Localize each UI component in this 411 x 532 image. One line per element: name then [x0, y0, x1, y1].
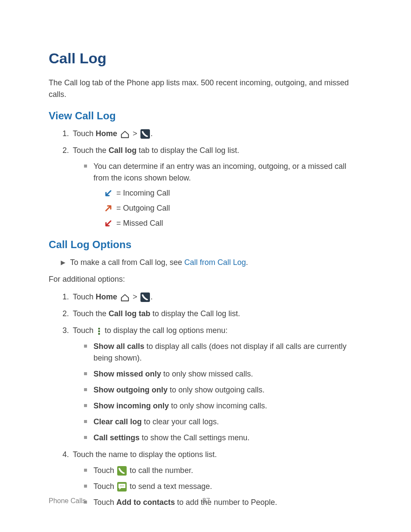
- opt-show-incoming: Show incoming only to only show incoming…: [83, 400, 364, 412]
- pointer-post: .: [246, 258, 248, 267]
- additional-options-text: For additional options:: [49, 274, 364, 285]
- legend-incoming: = Incoming Call: [104, 187, 364, 199]
- opt-settings: Call settings to show the Call settings …: [83, 432, 364, 444]
- opt-text: to show the Call settings menu.: [140, 433, 249, 442]
- page-title: Call Log: [49, 47, 364, 69]
- sub-post: to call the number.: [130, 466, 193, 475]
- home-label: Home: [96, 292, 117, 301]
- legend-text: = Outgoing Call: [114, 204, 170, 212]
- svg-point-3: [120, 485, 121, 486]
- home-icon: [120, 293, 130, 301]
- options-pointer-line: ▶ To make a call from Call log, see Call…: [49, 257, 364, 268]
- opt-text: to only show incoming calls.: [169, 401, 267, 410]
- svg-point-4: [121, 485, 122, 486]
- sub-pre: Touch: [93, 482, 116, 491]
- home-label: Home: [96, 129, 117, 138]
- opt-text: to only show outgoing calls.: [168, 386, 265, 394]
- call-log-tab-label: Call log tab: [109, 309, 150, 318]
- legend-outgoing: = Outgoing Call: [104, 202, 364, 214]
- intro-paragraph: The Call log tab of the Phone app lists …: [49, 77, 364, 100]
- svg-rect-2: [98, 333, 100, 335]
- document-page: Call Log The Call log tab of the Phone a…: [0, 0, 411, 532]
- svg-point-5: [123, 485, 124, 486]
- gt-sep: >: [131, 292, 140, 301]
- message-icon: [117, 482, 127, 492]
- options-step-3: Touch to display the call log options me…: [71, 325, 364, 444]
- opt-clear: Clear call log to clear your call logs.: [83, 416, 364, 428]
- opt-label: Show outgoing only: [93, 386, 168, 394]
- step-text: Touch: [73, 292, 96, 301]
- incoming-call-icon: [104, 189, 112, 198]
- opt-show-outgoing: Show outgoing only to only show outgoing…: [83, 384, 364, 396]
- view-sub-note: You can determine if an entry was an inc…: [83, 161, 364, 229]
- gt-sep: >: [131, 129, 140, 138]
- page-footer: Phone Calls 37: [49, 496, 364, 506]
- opt-label: Show incoming only: [93, 401, 169, 410]
- call-log-label: Call log: [109, 146, 137, 155]
- step-text: Touch: [73, 129, 96, 138]
- missed-call-icon: [104, 219, 112, 228]
- opt-text: to only show missed calls.: [161, 370, 253, 378]
- svg-rect-0: [98, 328, 100, 330]
- options-menu-list: Show all calls to display all calls (doe…: [73, 341, 364, 444]
- sub-message: Touch to send a text message.: [83, 481, 364, 492]
- call-from-call-log-link[interactable]: Call from Call Log: [184, 258, 246, 267]
- opt-label: Call settings: [93, 433, 140, 442]
- triangle-bullet-icon: ▶: [61, 258, 65, 267]
- opt-label: Clear call log: [93, 417, 142, 426]
- step-post: .: [151, 129, 153, 138]
- footer-page-number: 37: [49, 496, 364, 506]
- step-post: .: [151, 292, 153, 301]
- step-text-post: tab to display the Call log list.: [137, 146, 239, 155]
- legend-missed: = Missed Call: [104, 218, 364, 229]
- opt-text: to clear your call logs.: [142, 417, 219, 426]
- view-step-2-sub: You can determine if an entry was an inc…: [73, 161, 364, 229]
- phone-app-icon: [140, 292, 150, 302]
- step-text: Touch the: [73, 309, 109, 318]
- call-icon-legend: = Incoming Call = Outgoing Call = Missed…: [93, 187, 364, 229]
- step-text: Touch the name to display the options li…: [73, 450, 217, 459]
- step-text-post: to display the Call log list.: [150, 309, 240, 318]
- step-text-post: to display the call log options menu:: [105, 326, 227, 335]
- sub-pre: Touch: [93, 466, 116, 475]
- sub-text: You can determine if an entry was an inc…: [93, 162, 346, 182]
- opt-label: Show missed only: [93, 370, 161, 378]
- phone-app-icon: [140, 129, 150, 139]
- sub-call: Touch to call the number.: [83, 465, 364, 476]
- sub-post: to send a text message.: [130, 482, 212, 491]
- svg-rect-1: [98, 330, 100, 332]
- legend-text: = Missed Call: [114, 219, 163, 227]
- options-step-2: Touch the Call log tab to display the Ca…: [71, 308, 364, 320]
- view-steps-list: Touch Home > . Touch the Call log tab to…: [49, 128, 364, 229]
- step-text: Touch the: [73, 146, 109, 155]
- section-heading-options: Call Log Options: [49, 237, 364, 252]
- options-step-1: Touch Home > .: [71, 291, 364, 303]
- legend-text: = Incoming Call: [114, 189, 170, 197]
- home-icon: [120, 130, 130, 138]
- pointer-pre: To make a call from Call log, see: [70, 258, 184, 267]
- view-step-1: Touch Home > .: [71, 128, 364, 140]
- opt-show-missed: Show missed only to only show missed cal…: [83, 368, 364, 380]
- view-step-2: Touch the Call log tab to display the Ca…: [71, 145, 364, 229]
- opt-show-all: Show all calls to display all calls (doe…: [83, 341, 364, 364]
- section-heading-view: View Call Log: [49, 108, 364, 124]
- opt-label: Show all calls: [93, 342, 144, 351]
- call-icon: [117, 466, 127, 476]
- overflow-menu-icon: [97, 327, 102, 335]
- outgoing-call-icon: [104, 204, 112, 213]
- step-text: Touch: [73, 326, 96, 335]
- options-steps-list: Touch Home > . Touch the Call log tab to…: [49, 291, 364, 508]
